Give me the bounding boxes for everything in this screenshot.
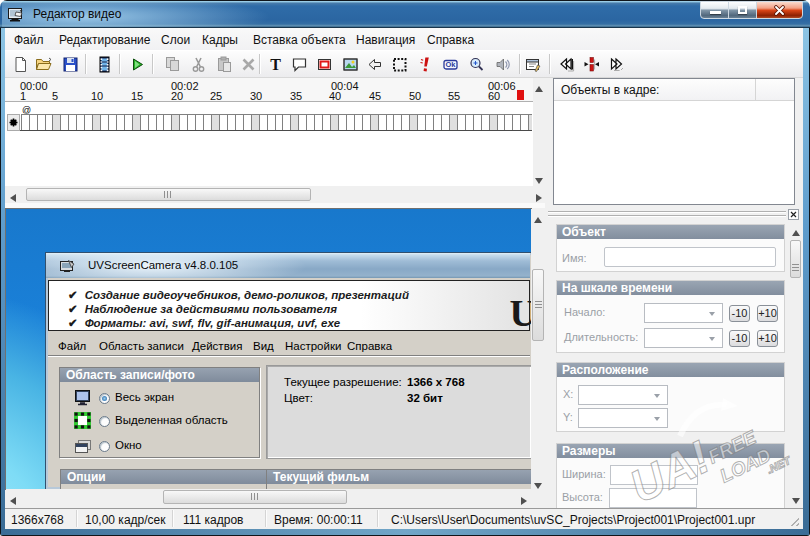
svg-text:Ok: Ok: [445, 60, 456, 69]
svg-text:T: T: [270, 56, 281, 73]
